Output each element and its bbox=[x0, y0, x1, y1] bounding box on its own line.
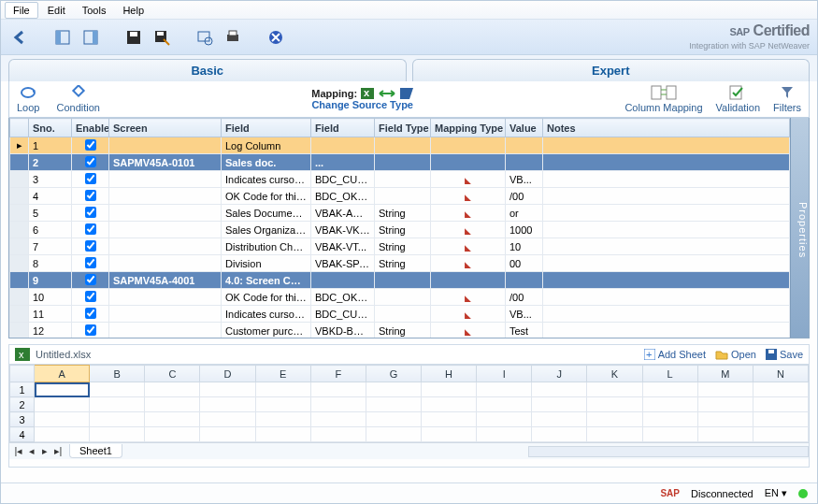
col-header-B[interactable]: B bbox=[90, 366, 145, 382]
enable-checkbox[interactable] bbox=[85, 257, 96, 268]
enable-checkbox[interactable] bbox=[85, 240, 96, 252]
table-row[interactable]: 2SAPMV45A-0101Sales doc.... bbox=[10, 154, 790, 171]
col-header-F[interactable]: F bbox=[310, 366, 366, 382]
enable-checkbox[interactable] bbox=[85, 324, 96, 336]
row-header-2[interactable]: 2 bbox=[10, 397, 35, 412]
col-notes[interactable]: Notes bbox=[543, 119, 790, 137]
col-header-I[interactable]: I bbox=[477, 366, 532, 382]
cell-E4[interactable] bbox=[255, 427, 310, 442]
preview-icon[interactable] bbox=[194, 26, 216, 49]
col-field[interactable]: Field bbox=[222, 119, 311, 137]
col-header-L[interactable]: L bbox=[642, 366, 697, 382]
enable-checkbox[interactable] bbox=[85, 190, 96, 201]
sheet-nav-next[interactable]: ▸ bbox=[39, 445, 50, 457]
cell-D3[interactable] bbox=[200, 412, 255, 427]
col-enable[interactable]: Enable bbox=[72, 119, 109, 137]
col-header-N[interactable]: N bbox=[753, 366, 808, 382]
cell-M1[interactable] bbox=[697, 382, 753, 397]
cell-G3[interactable] bbox=[366, 412, 421, 427]
cell-N3[interactable] bbox=[753, 412, 808, 427]
menu-help[interactable]: Help bbox=[115, 3, 151, 18]
cell-K1[interactable] bbox=[587, 382, 642, 397]
col-header-K[interactable]: K bbox=[587, 366, 642, 382]
enable-checkbox[interactable] bbox=[85, 139, 96, 151]
cell-F3[interactable] bbox=[310, 412, 366, 427]
cell-G4[interactable] bbox=[366, 427, 421, 442]
cell-J2[interactable] bbox=[532, 397, 587, 412]
cell-I1[interactable] bbox=[477, 382, 532, 397]
enable-checkbox[interactable] bbox=[85, 207, 96, 218]
row-header-3[interactable]: 3 bbox=[10, 412, 35, 427]
add-sheet-button[interactable]: +Add Sheet bbox=[644, 349, 706, 360]
cell-K4[interactable] bbox=[587, 427, 642, 442]
open-button[interactable]: Open bbox=[715, 349, 756, 360]
validation-button[interactable]: Validation bbox=[716, 85, 761, 113]
enable-checkbox[interactable] bbox=[85, 308, 96, 319]
back-button[interactable] bbox=[8, 26, 31, 49]
table-row[interactable]: 3Indicates cursor ...BDC_CUR...◣VB... bbox=[10, 171, 790, 188]
table-row[interactable]: 5Sales Document ...VBAK-AUA...String◣or bbox=[10, 205, 790, 222]
cell-B3[interactable] bbox=[90, 412, 145, 427]
col-header-G[interactable]: G bbox=[366, 366, 421, 382]
cell-M4[interactable] bbox=[697, 427, 753, 442]
cell-J4[interactable] bbox=[532, 427, 587, 442]
cell-B1[interactable] bbox=[90, 382, 145, 397]
cell-H4[interactable] bbox=[421, 427, 476, 442]
change-source-type-link[interactable]: Change Source Type bbox=[100, 99, 624, 110]
cell-K3[interactable] bbox=[587, 412, 642, 427]
cell-E3[interactable] bbox=[255, 412, 310, 427]
loop-button[interactable]: Loop bbox=[17, 85, 39, 113]
col-value[interactable]: Value bbox=[506, 119, 543, 137]
sheet-nav-prev[interactable]: ◂ bbox=[26, 445, 37, 457]
properties-panel-tab[interactable]: Properties bbox=[790, 118, 809, 338]
cell-H1[interactable] bbox=[421, 382, 476, 397]
cell-K2[interactable] bbox=[587, 397, 642, 412]
enable-checkbox[interactable] bbox=[85, 291, 96, 302]
cell-E1[interactable] bbox=[255, 382, 310, 397]
save-icon[interactable] bbox=[122, 26, 145, 49]
col-header-D[interactable]: D bbox=[200, 366, 255, 382]
menu-file[interactable]: File bbox=[5, 2, 38, 19]
cell-B4[interactable] bbox=[90, 427, 145, 442]
cell-F4[interactable] bbox=[310, 427, 366, 442]
panel-left-icon[interactable] bbox=[51, 26, 74, 49]
tab-expert[interactable]: Expert bbox=[412, 59, 811, 81]
cell-D4[interactable] bbox=[200, 427, 255, 442]
cell-F2[interactable] bbox=[310, 397, 366, 412]
cell-M3[interactable] bbox=[697, 412, 753, 427]
enable-checkbox[interactable] bbox=[85, 173, 96, 184]
cell-H3[interactable] bbox=[421, 412, 476, 427]
table-row[interactable]: ▸1Log Column bbox=[10, 137, 790, 154]
menu-edit[interactable]: Edit bbox=[40, 3, 73, 18]
sheet-nav-first[interactable]: |◂ bbox=[13, 445, 24, 457]
col-header-E[interactable]: E bbox=[255, 366, 310, 382]
cell-J1[interactable] bbox=[532, 382, 587, 397]
cell-A4[interactable] bbox=[35, 427, 90, 442]
col-mapping-type[interactable]: Mapping Type bbox=[431, 119, 506, 137]
col-field-b[interactable]: Field bbox=[311, 119, 375, 137]
cell-N2[interactable] bbox=[753, 397, 808, 412]
print-icon[interactable] bbox=[222, 26, 244, 49]
row-header-4[interactable]: 4 bbox=[10, 427, 35, 442]
table-row[interactable]: 11Indicates cursor ...BDC_CUR...◣VB... bbox=[10, 306, 790, 323]
cell-C3[interactable] bbox=[145, 412, 200, 427]
save-as-icon[interactable] bbox=[151, 26, 173, 49]
menu-tools[interactable]: Tools bbox=[75, 3, 114, 18]
table-row[interactable]: 9SAPMV45A-40014.0: Screen Con... bbox=[10, 272, 790, 289]
table-row[interactable]: 7Distribution Chan...VBAK-VT...String◣10 bbox=[10, 238, 790, 255]
cell-C2[interactable] bbox=[145, 397, 200, 412]
panel-right-icon[interactable] bbox=[79, 26, 102, 49]
cell-A1[interactable] bbox=[35, 382, 90, 397]
cell-M2[interactable] bbox=[697, 397, 753, 412]
cell-C1[interactable] bbox=[145, 382, 200, 397]
cell-L2[interactable] bbox=[642, 397, 697, 412]
col-screen[interactable]: Screen bbox=[109, 119, 222, 137]
sheet-hscroll[interactable] bbox=[528, 446, 809, 457]
cell-L3[interactable] bbox=[642, 412, 697, 427]
table-row[interactable]: 12Customer purcha...VBKD-BSTKDString◣Tes… bbox=[10, 323, 790, 338]
sheet-nav-last[interactable]: ▸| bbox=[52, 445, 64, 457]
col-header-M[interactable]: M bbox=[697, 366, 753, 382]
condition-button[interactable]: Condition bbox=[56, 85, 99, 113]
save-button[interactable]: Save bbox=[766, 349, 803, 360]
filters-button[interactable]: Filters bbox=[773, 85, 801, 113]
